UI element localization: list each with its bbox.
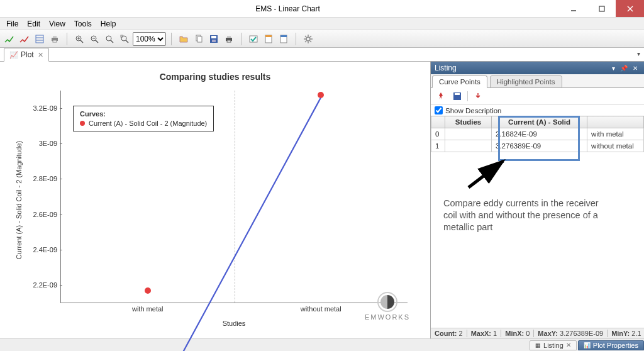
bottom-tab-listing[interactable]: ▦ Listing ✕: [530, 340, 577, 350]
tab-curve-points[interactable]: Curve Points: [432, 75, 487, 88]
legend-item-label: Current (A) - Solid Coil - 2 (Magnitude): [89, 120, 207, 127]
show-description-label: Show Description: [445, 107, 501, 114]
svg-rect-34: [280, 35, 287, 37]
save-icon[interactable]: [207, 32, 221, 46]
svg-rect-32: [265, 35, 272, 37]
table-row[interactable]: 0 2.16824E-09 with metal: [431, 128, 644, 140]
zoom-fit-icon[interactable]: [118, 32, 131, 46]
chart-title: Comparing studies results: [10, 72, 420, 82]
svg-rect-25: [211, 36, 216, 38]
cell-idx: 1: [431, 140, 445, 152]
listing-panel-title: Listing: [435, 64, 457, 72]
col-header-current[interactable]: Current (A) - Solid: [492, 116, 587, 128]
close-button[interactable]: [616, 0, 644, 17]
print-icon[interactable]: [48, 32, 62, 46]
svg-point-35: [306, 37, 310, 41]
listing-panel-header[interactable]: Listing ▾ 📌 ✕: [431, 62, 644, 74]
brand-label: EMWORKS: [365, 313, 410, 321]
svg-rect-23: [197, 36, 202, 42]
data-point[interactable]: [318, 92, 324, 98]
document-tab-label: Plot: [21, 50, 34, 59]
close-icon[interactable]: ✕: [566, 342, 571, 348]
toolbar: 100%: [0, 30, 644, 48]
svg-line-40: [305, 36, 306, 37]
y-tick-label: 2.4E-09: [33, 246, 57, 254]
y-tick-label: 3.2E-09: [33, 104, 57, 112]
menu-help[interactable]: Help: [97, 18, 120, 30]
zoom-out-icon[interactable]: [87, 32, 101, 46]
zoom-select[interactable]: 100%: [133, 32, 166, 46]
menu-edit[interactable]: Edit: [23, 18, 44, 30]
check-icon[interactable]: [247, 32, 260, 46]
svg-line-20: [126, 40, 128, 43]
chart-line-icon: 📈: [9, 51, 18, 59]
svg-line-43: [305, 41, 306, 42]
legend-marker-icon: [80, 121, 85, 126]
menu-bar: File Edit View Tools Help: [0, 18, 644, 30]
menu-file[interactable]: File: [3, 18, 22, 30]
y-axis-title: Current (A) - Solid Coil - 2 (Magnitude): [15, 141, 23, 259]
svg-rect-9: [53, 40, 57, 42]
svg-rect-26: [212, 40, 216, 42]
svg-point-17: [106, 36, 111, 41]
tab-close-icon[interactable]: ✕: [38, 51, 43, 59]
cell-desc: without metal: [587, 140, 644, 152]
chart-pane: Comparing studies results Current (A) - …: [0, 62, 430, 338]
pin-red-icon[interactable]: [435, 91, 447, 102]
menu-view[interactable]: View: [45, 18, 69, 30]
show-description-checkbox[interactable]: [435, 106, 443, 114]
bottom-tab-plot-properties[interactable]: 📊 Plot Properties: [578, 340, 644, 350]
zoom-region-icon[interactable]: [103, 32, 116, 46]
x-tick-label: with metal: [132, 305, 164, 313]
col-header-studies[interactable]: Studies: [445, 116, 492, 128]
svg-line-42: [310, 36, 311, 37]
cell-value: 2.16824E-09: [492, 128, 587, 140]
svg-rect-29: [227, 40, 231, 42]
panel-close-icon[interactable]: ✕: [630, 65, 640, 72]
chart-red-icon[interactable]: [18, 32, 31, 46]
tab-overflow-icon[interactable]: ▾: [637, 50, 640, 57]
panel-pin-icon[interactable]: 📌: [618, 65, 630, 72]
svg-rect-1: [599, 6, 604, 11]
svg-rect-21: [121, 35, 123, 37]
emworks-logo-icon: [377, 292, 397, 312]
svg-line-11: [80, 40, 83, 43]
svg-line-18: [111, 40, 113, 43]
svg-point-19: [121, 36, 126, 41]
chart-legend: Curves: Current (A) - Solid Coil - 2 (Ma…: [73, 106, 214, 131]
legend-title: Curves:: [80, 110, 207, 118]
page-orange-icon[interactable]: [262, 32, 275, 46]
zoom-in-icon[interactable]: [72, 32, 86, 46]
svg-rect-46: [455, 93, 460, 95]
new-chart-icon[interactable]: [3, 32, 16, 46]
cell-desc: with metal: [587, 128, 644, 140]
tab-highlighted-points[interactable]: Highlighted Points: [490, 75, 562, 88]
maximize-button[interactable]: [587, 0, 616, 17]
menu-tools[interactable]: Tools: [70, 18, 96, 30]
save-listing-icon[interactable]: [451, 91, 464, 102]
minimize-button[interactable]: [559, 0, 587, 17]
y-tick-label: 2.6E-09: [33, 211, 57, 218]
listing-table: Studies Current (A) - Solid 0 2.16824E-0…: [431, 116, 644, 152]
copy-icon[interactable]: [192, 32, 206, 46]
document-tab-strip: 📈 Plot ✕ ▾: [0, 48, 644, 62]
page-blue-icon[interactable]: [277, 32, 291, 46]
grid-icon[interactable]: [33, 32, 47, 46]
title-bar: EMS - Linear Chart: [0, 0, 644, 18]
y-tick-label: 2.2E-09: [33, 281, 57, 289]
document-tab-plot[interactable]: 📈 Plot ✕: [4, 48, 49, 62]
x-axis-title: Studies: [60, 320, 408, 327]
arrow-down-icon[interactable]: [472, 91, 484, 102]
window-title: EMS - Linear Chart: [16, 4, 559, 13]
svg-rect-8: [53, 36, 57, 38]
open-folder-icon[interactable]: [177, 32, 191, 46]
table-row[interactable]: 1 3.276389E-09 without metal: [431, 140, 644, 152]
y-tick-label: 3E-09: [39, 140, 57, 147]
svg-rect-30: [250, 36, 257, 42]
annotation-text: Compare eddy currents in the receiver co…: [443, 198, 607, 233]
cell-idx: 0: [431, 128, 445, 140]
data-point[interactable]: [145, 287, 151, 294]
print2-icon[interactable]: [222, 32, 236, 46]
panel-dropdown-icon[interactable]: ▾: [609, 65, 618, 72]
settings-gear-icon[interactable]: [301, 32, 315, 46]
